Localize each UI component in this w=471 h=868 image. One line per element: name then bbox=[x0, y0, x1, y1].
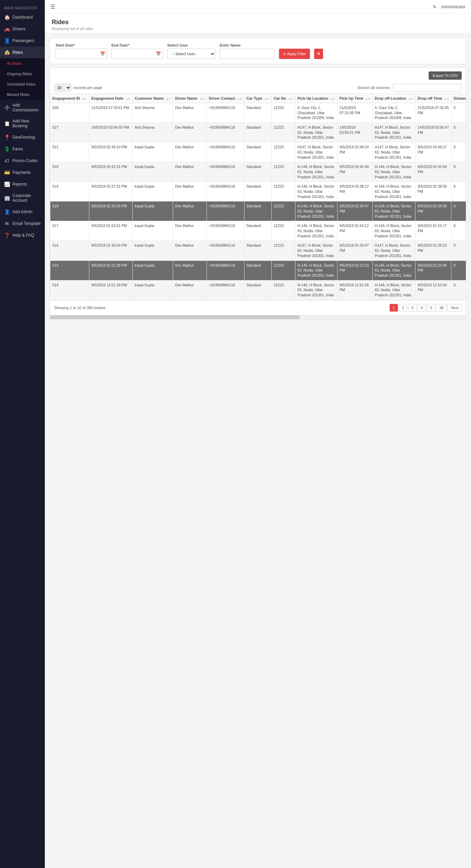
table-cell-2: kopal Gupta bbox=[132, 142, 173, 162]
table-header-row: Engagement ID ▲▼ Engagement Date ▲▼ Cust… bbox=[50, 94, 466, 103]
sidebar-item-add-commission[interactable]: ➕ Add Commissiomn bbox=[0, 100, 45, 116]
sidebar-item-add-admin[interactable]: 👤 Add Admin bbox=[0, 206, 45, 218]
sidebar-item-all-rides[interactable]: All Rides bbox=[0, 58, 45, 69]
table-cell-7: H-146, H Block, Sector 63, Noida, Uttar … bbox=[295, 221, 337, 241]
sidebar-item-drivers[interactable]: 🚗 Drivers bbox=[0, 23, 45, 35]
col-dropoff-time[interactable]: Drop off Time ▲▼ bbox=[415, 94, 451, 103]
sidebar-item-fares[interactable]: 💲 Fares bbox=[0, 143, 45, 155]
table-cell-5: Standard bbox=[244, 280, 271, 300]
sidebar-item-email-template[interactable]: ✉ Email Template bbox=[0, 218, 45, 229]
filter-group-start-date: Start Date* 📅 bbox=[56, 43, 107, 59]
col-pickup-time[interactable]: Pick Up Time ▲▼ bbox=[337, 94, 372, 103]
table-cell-2: kopal Gupta bbox=[132, 182, 173, 201]
table-cell-10: 9/5/2019 01:35:23 PM bbox=[415, 241, 451, 260]
table-cell-10: 14/5/2019 03:56:47 PM bbox=[415, 123, 451, 142]
sidebar-item-corporate[interactable]: 🏢 Corporate Account bbox=[0, 190, 45, 206]
col-dropoff-loc[interactable]: Drop off Location ▲▼ bbox=[372, 94, 415, 103]
table-cell-1: 9/5/2019 02:34:29 PM bbox=[89, 201, 132, 221]
table-cell-7: H-146, H Block, Sector 63, Noida, Uttar … bbox=[295, 260, 337, 280]
scrollbar-thumb bbox=[50, 315, 300, 319]
sidebar-item-help-faq[interactable]: ❓ Help & FAQ bbox=[0, 229, 45, 241]
page-btn-5[interactable]: 5 bbox=[427, 304, 435, 312]
col-contact[interactable]: Driver Contact ▲▼ bbox=[207, 94, 244, 103]
table-toolbar: Export To CSV bbox=[50, 68, 466, 82]
col-engagement-id[interactable]: Engagement ID ▲▼ bbox=[50, 94, 89, 103]
sidebar-item-payments[interactable]: 💳 Payments bbox=[0, 167, 45, 178]
page-btn-2[interactable]: 2 bbox=[399, 304, 407, 312]
sidebar-item-label: Add Admin bbox=[12, 209, 32, 214]
start-date-input[interactable] bbox=[56, 49, 107, 59]
table-cell-1: 14/5/2019 03:54:55 PM bbox=[89, 123, 132, 142]
table-cell-0: 527 bbox=[50, 123, 89, 142]
col-date[interactable]: Engagement Date ▲▼ bbox=[89, 94, 132, 103]
table-cell-8: 9/5/2019 01:21:53 PM bbox=[337, 260, 372, 280]
export-csv-button[interactable]: Export To CSV bbox=[429, 71, 462, 80]
sidebar-rides-submenu: All Rides Ongoing Rides Scheduled Rides … bbox=[0, 58, 45, 100]
table-cell-6: 12223 bbox=[271, 221, 295, 241]
page-btn-4[interactable]: 4 bbox=[418, 304, 426, 312]
table-cell-6: 12223 bbox=[271, 142, 295, 162]
table-cell-9: H-146, H Block, Sector 63, Noida, Uttar … bbox=[372, 260, 415, 280]
table-cell-2: Anil Sharma bbox=[132, 123, 173, 142]
showing-entries: Showing 1 to 10 of 380 entries bbox=[54, 306, 106, 310]
table-cell-11: 0 bbox=[451, 201, 466, 221]
table-row: 5219/5/2019 02:49:10 PMkopal GuptaDev Ma… bbox=[50, 142, 466, 162]
col-car-type[interactable]: Car Type ▲▼ bbox=[244, 94, 271, 103]
enter-name-input[interactable] bbox=[220, 49, 275, 59]
table-cell-8: 9/5/2019 02:38:12 PM bbox=[337, 182, 372, 201]
col-distance[interactable]: Distance ▲▼ bbox=[451, 94, 466, 103]
table-cell-6: 12223 bbox=[271, 182, 295, 201]
hamburger-icon[interactable]: ☰ bbox=[50, 4, 55, 10]
topbar-right: ✎ Administrator bbox=[433, 4, 465, 10]
table-cell-6: 12223 bbox=[271, 123, 295, 142]
sidebar-item-ongoing-rides[interactable]: Ongoing Rides bbox=[0, 69, 45, 79]
col-customer[interactable]: Customer Name ▲▼ bbox=[132, 94, 173, 103]
horizontal-scrollbar[interactable] bbox=[50, 315, 466, 319]
col-driver[interactable]: Driver Name ▲▼ bbox=[173, 94, 207, 103]
end-date-input[interactable] bbox=[111, 49, 163, 59]
sidebar-item-missed-rides[interactable]: Missed Rides bbox=[0, 89, 45, 100]
table-cell-8: 9/5/2019 01:54:12 PM bbox=[337, 221, 372, 241]
table-cell-4: +919560884116 bbox=[207, 241, 244, 260]
pencil-icon[interactable]: ✎ bbox=[433, 4, 437, 10]
table-cell-1: 9/5/2019 01:30:24 PM bbox=[89, 241, 132, 260]
sidebar-item-promo-codes[interactable]: 🏷 Promo Codes bbox=[0, 155, 45, 167]
table-cell-3: Dev Mathur bbox=[173, 123, 207, 142]
table-cell-5: Standard bbox=[244, 182, 271, 201]
table-cell-7: 4, Gaur City 2, Ghaziabad, Uttar Pradesh… bbox=[295, 103, 337, 123]
table-cell-1: 9/5/2019 01:53:51 PM bbox=[89, 221, 132, 241]
search-all-input[interactable] bbox=[393, 84, 462, 91]
page-btn-3[interactable]: 3 bbox=[408, 304, 417, 312]
missed-rides-label: Missed Rides bbox=[7, 92, 30, 97]
sidebar-item-add-new-booking[interactable]: 📋 Add New Booking bbox=[0, 116, 45, 131]
sidebar-item-rides[interactable]: 🚖 Rides bbox=[0, 47, 45, 58]
sidebar-item-passengers[interactable]: 👤 Passengers bbox=[0, 35, 45, 47]
table-cell-3: Dev Mathur bbox=[173, 103, 207, 123]
page-btn-38[interactable]: 38 bbox=[436, 304, 447, 312]
table-cell-1: 9/5/2019 01:21:38 PM bbox=[89, 260, 132, 280]
table-cell-11: 0 bbox=[451, 280, 466, 300]
table-cell-9: H-146, H Block, Sector 63, Noida, Uttar … bbox=[372, 201, 415, 221]
col-pickup-loc[interactable]: Pick Up Location ▲▼ bbox=[295, 94, 337, 103]
table-cell-11: 0 bbox=[451, 221, 466, 241]
sidebar-item-dashboard[interactable]: 🏠 Dashboard bbox=[0, 11, 45, 23]
sidebar-item-reports[interactable]: 📈 Reports bbox=[0, 178, 45, 190]
sidebar-item-geofencing[interactable]: 📍 GeoFencing bbox=[0, 131, 45, 143]
select-user-dropdown[interactable]: -- Select User-- bbox=[167, 49, 216, 59]
sidebar-item-scheduled-rides[interactable]: Scheduled Rides bbox=[0, 79, 45, 89]
page-btn-next[interactable]: Next bbox=[448, 304, 462, 312]
table-cell-9: H147, H Block, Sector 63, Noida, Uttar P… bbox=[372, 142, 415, 162]
table-cell-11: 0 bbox=[451, 162, 466, 182]
apply-filter-button[interactable]: ✔ Apply Filter bbox=[279, 49, 310, 59]
admin-label: Administrator bbox=[441, 4, 465, 9]
page-btn-1[interactable]: 1 bbox=[390, 304, 398, 312]
search-all-label: Search all columns: bbox=[358, 86, 391, 90]
table-cell-2: kopal Gupta bbox=[132, 241, 173, 260]
records-per-page-control: 10 records per page bbox=[54, 84, 102, 91]
col-car-no[interactable]: Car No ▲▼ bbox=[271, 94, 295, 103]
clear-filter-button[interactable]: ✕ bbox=[314, 49, 323, 59]
records-per-page-select[interactable]: 10 bbox=[54, 84, 71, 91]
table-cell-10: 9/5/2019 02:38:50 PM bbox=[415, 182, 451, 201]
reports-icon: 📈 bbox=[4, 181, 10, 187]
table-cell-3: Dev Mathur bbox=[173, 142, 207, 162]
